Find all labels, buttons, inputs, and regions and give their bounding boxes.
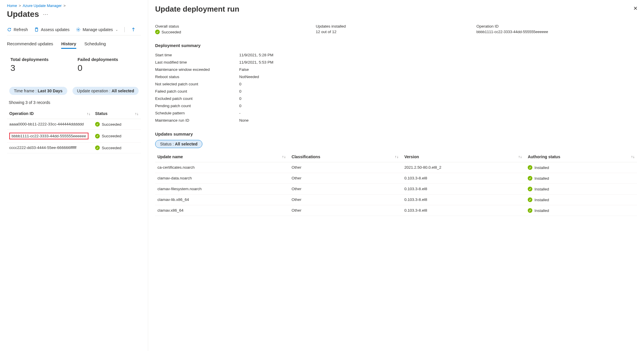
summary-row: Failed patch count0	[155, 88, 637, 95]
installed-value: 12 out of 12	[316, 30, 476, 34]
close-icon[interactable]: ✕	[633, 5, 638, 12]
upload-button[interactable]	[131, 27, 136, 32]
status-filter-label: Status :	[160, 142, 175, 146]
toolbar: Refresh Assess updates Manage updates ⌄	[7, 27, 141, 35]
col-version[interactable]: Version↑↓	[404, 154, 528, 159]
cell-update-name: ca-certificates.noarch	[157, 165, 292, 170]
cell-version: 0.103.3-8.el8	[404, 187, 528, 191]
svg-point-1	[78, 29, 79, 30]
breadcrumb-home[interactable]: Home	[7, 3, 17, 8]
table-row[interactable]: ca-certificates.noarchOther2021.2.50-80.…	[155, 162, 637, 173]
cell-operation-id: cccc2222-dd33-4444-55ee-666666ffffff	[9, 145, 95, 150]
summary-row: Pending patch count0	[155, 102, 637, 109]
summary-value: NotNeeded	[239, 75, 259, 79]
summary-value: 0	[239, 89, 242, 93]
success-icon: ✓	[95, 134, 100, 138]
success-icon: ✓	[528, 208, 532, 213]
installed-label: Updates installed	[316, 24, 476, 28]
cell-operation-id: bbbb1111-cc22-3333-44dd-555555eeeeee	[9, 133, 95, 139]
panel-title: Update deployment run	[155, 5, 637, 14]
filter-timeframe-value: Last 30 Days	[38, 89, 63, 93]
summary-row: Reboot statusNotNeeded	[155, 73, 637, 80]
stat-total-label: Total deployments	[10, 57, 48, 62]
summary-key: Last modified time	[155, 60, 239, 64]
cell-version: 0.103.3-8.el8	[404, 176, 528, 181]
filters: Time frame : Last 30 Days Update operati…	[9, 87, 141, 95]
arrow-up-icon	[131, 27, 136, 32]
success-icon: ✓	[155, 30, 160, 34]
sort-icon[interactable]: ↑↓	[518, 154, 522, 159]
summary-key: Start time	[155, 53, 239, 57]
cell-classification: Other	[292, 187, 404, 191]
summary-key: Failed patch count	[155, 89, 239, 93]
summary-value: 11/9/2021, 5:53 PM	[239, 60, 273, 64]
sort-icon[interactable]: ↑↓	[135, 111, 139, 116]
opid-label: Operation ID	[476, 24, 637, 28]
updates-table-body: ca-certificates.noarchOther2021.2.50-80.…	[155, 162, 637, 216]
summary-value: False	[239, 67, 249, 72]
cell-authoring-status: ✓Installed	[528, 208, 635, 213]
summary-key: Maintenance window exceeded	[155, 67, 239, 72]
chevron-right-icon: >	[19, 3, 21, 8]
cell-authoring-status: ✓Installed	[528, 197, 635, 202]
cell-update-name: clamav.x86_64	[157, 208, 292, 213]
filter-operation[interactable]: Update operation : All selected	[72, 87, 139, 95]
success-icon: ✓	[95, 145, 100, 150]
tab-recommended[interactable]: Recommended updates	[7, 41, 53, 49]
table-row[interactable]: cccc2222-dd33-4444-55ee-666666ffffff✓Suc…	[7, 143, 141, 153]
summary-row: Not selected patch count0	[155, 80, 637, 88]
more-icon[interactable]: ⋯	[43, 11, 48, 17]
stat-total-value: 3	[10, 63, 48, 73]
table-row[interactable]: clamav.x86_64Other0.103.3-8.el8✓Installe…	[155, 205, 637, 216]
summary-value: None	[239, 118, 248, 123]
col-operation-id-label: Operation ID	[9, 111, 34, 116]
tab-scheduling[interactable]: Scheduling	[84, 41, 106, 49]
breadcrumb-service[interactable]: Azure Update Manager	[23, 3, 61, 8]
col-update-name[interactable]: Update name↑↓	[157, 154, 292, 159]
cell-status: ✓Succeeded	[95, 122, 139, 127]
sort-icon[interactable]: ↑↓	[87, 111, 90, 116]
col-status[interactable]: Status ↑↓	[95, 111, 139, 116]
separator	[124, 27, 125, 32]
deployments-table-body: aaaa0000-bb11-2222-33cc-444444dddddd✓Suc…	[7, 119, 141, 153]
table-row[interactable]: bbbb1111-cc22-3333-44dd-555555eeeeee✓Suc…	[7, 130, 141, 143]
manage-label: Manage updates	[83, 27, 113, 32]
success-icon: ✓	[528, 187, 532, 191]
sort-icon[interactable]: ↑↓	[395, 154, 398, 159]
manage-updates-button[interactable]: Manage updates ⌄	[76, 27, 118, 32]
filter-op-value: All selected	[112, 89, 134, 93]
cell-classification: Other	[292, 176, 404, 181]
table-row[interactable]: clamav-filesystem.noarchOther0.103.3-8.e…	[155, 184, 637, 195]
filter-timeframe[interactable]: Time frame : Last 30 Days	[9, 87, 67, 95]
success-icon: ✓	[528, 165, 532, 170]
summary-value: 0	[239, 104, 242, 108]
summary-key: Not selected patch count	[155, 82, 239, 86]
summary-key: Excluded patch count	[155, 96, 239, 101]
assess-updates-button[interactable]: Assess updates	[34, 27, 70, 32]
updates-summary-title: Updates summary	[155, 132, 637, 136]
status-filter[interactable]: Status : All selected	[155, 140, 202, 148]
stat-total: Total deployments 3	[10, 57, 48, 73]
stat-failed-label: Failed deployments	[77, 57, 118, 62]
cell-version: 0.103.3-8.el8	[404, 197, 528, 202]
sort-icon[interactable]: ↑↓	[631, 154, 635, 159]
col-operation-id[interactable]: Operation ID ↑↓	[9, 111, 95, 116]
stats-row: Total deployments 3 Failed deployments 0	[10, 57, 141, 73]
stat-failed-value: 0	[77, 63, 118, 73]
sort-icon[interactable]: ↑↓	[282, 154, 286, 159]
overall-status-label: Overall status	[155, 24, 316, 28]
filter-op-label: Update operation :	[77, 89, 112, 93]
summary-row: Excluded patch count0	[155, 95, 637, 102]
table-row[interactable]: aaaa0000-bb11-2222-33cc-444444dddddd✓Suc…	[7, 119, 141, 130]
summary-row: Start time11/9/2021, 5:28 PM	[155, 51, 637, 59]
tab-history[interactable]: History	[61, 41, 76, 49]
table-row[interactable]: clamav-lib.x86_64Other0.103.3-8.el8✓Inst…	[155, 195, 637, 205]
table-row[interactable]: clamav-data.noarchOther0.103.3-8.el8✓Ins…	[155, 173, 637, 184]
cell-classification: Other	[292, 208, 404, 213]
refresh-button[interactable]: Refresh	[7, 27, 28, 32]
main-content: Home > Azure Update Manager > Updates ⋯ …	[0, 0, 148, 351]
col-classifications[interactable]: Classifications↑↓	[292, 154, 404, 159]
cell-classification: Other	[292, 165, 404, 170]
chevron-right-icon: >	[64, 3, 66, 8]
col-authoring-status[interactable]: Authoring status↑↓	[528, 154, 635, 159]
